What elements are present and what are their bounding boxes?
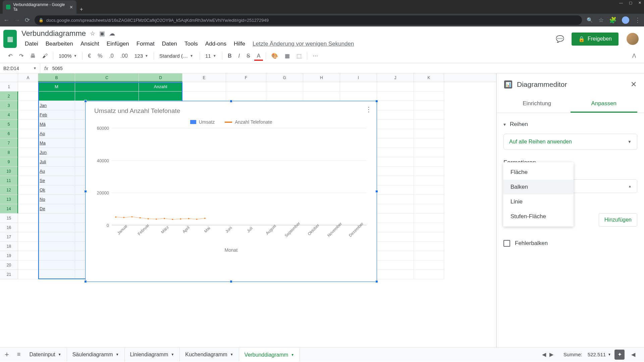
cell[interactable]: [377, 176, 414, 185]
column-header[interactable]: G: [266, 73, 303, 82]
cell[interactable]: [414, 251, 444, 260]
cell[interactable]: [377, 214, 414, 223]
cell[interactable]: [38, 92, 75, 101]
cell[interactable]: [18, 92, 38, 101]
row-header[interactable]: 15: [0, 214, 18, 223]
cell[interactable]: [18, 82, 38, 92]
cell[interactable]: [226, 82, 266, 92]
cell[interactable]: [38, 260, 75, 270]
resize-handle[interactable]: [84, 280, 87, 283]
cell[interactable]: [414, 185, 444, 195]
cell[interactable]: De: [38, 204, 75, 214]
cell[interactable]: [414, 138, 444, 148]
cell[interactable]: [18, 120, 38, 129]
move-icon[interactable]: ▣: [99, 30, 105, 37]
cell[interactable]: [75, 92, 139, 101]
row-header[interactable]: 12: [0, 185, 18, 195]
cell[interactable]: [377, 167, 414, 176]
spreadsheet-grid[interactable]: ABCDEFGHIJK 1234567891011121314151617181…: [0, 73, 496, 347]
menu-hilfe[interactable]: Hilfe: [230, 39, 249, 49]
series-selector[interactable]: Auf alle Reihen anwenden ▼: [503, 134, 637, 150]
comments-button[interactable]: 💬: [554, 33, 566, 45]
cell[interactable]: [18, 101, 38, 110]
browser-tab[interactable]: Verbunddiagramme - Google Ta ✕: [3, 0, 76, 14]
cell[interactable]: [18, 110, 38, 120]
cell[interactable]: [414, 214, 444, 223]
explore-button[interactable]: ✦: [614, 350, 625, 360]
cell[interactable]: [18, 138, 38, 148]
side-panel-toggle[interactable]: ◀: [628, 351, 639, 358]
cell[interactable]: [414, 167, 444, 176]
cell[interactable]: [18, 260, 38, 270]
cell[interactable]: [303, 82, 340, 92]
editor-close-icon[interactable]: ✕: [631, 80, 637, 89]
cell[interactable]: [18, 176, 38, 185]
cell[interactable]: Mä: [38, 120, 75, 129]
browser-avatar[interactable]: [622, 16, 629, 24]
cell[interactable]: [303, 92, 340, 101]
italic-button[interactable]: I: [236, 51, 243, 61]
cell[interactable]: [377, 82, 414, 92]
resize-handle[interactable]: [375, 280, 378, 283]
column-header[interactable]: K: [414, 73, 444, 82]
column-header[interactable]: B: [38, 73, 75, 82]
text-color-button[interactable]: A: [254, 51, 263, 61]
zoom-icon[interactable]: 🔍: [587, 17, 593, 23]
sheet-tab[interactable]: Kuchendiagramm▼: [180, 348, 239, 361]
document-title[interactable]: Verbunddiagramme: [21, 29, 86, 38]
errorbars-checkbox[interactable]: [503, 240, 510, 247]
chart-object[interactable]: ⋮ Umsatz und Anzahl Telefonate Umsatz An…: [85, 101, 377, 282]
cell[interactable]: [414, 110, 444, 120]
cell[interactable]: [414, 148, 444, 157]
cell[interactable]: [414, 223, 444, 232]
cell[interactable]: [414, 232, 444, 242]
row-header[interactable]: 3: [0, 101, 18, 110]
cell[interactable]: [18, 251, 38, 260]
increase-decimal-button[interactable]: .00: [118, 51, 130, 61]
row-header[interactable]: 13: [0, 195, 18, 204]
column-header[interactable]: E: [182, 73, 226, 82]
cell[interactable]: [182, 92, 226, 101]
cell[interactable]: Se: [38, 176, 75, 185]
bold-button[interactable]: B: [225, 51, 234, 61]
cell[interactable]: [18, 223, 38, 232]
chart-title[interactable]: Umsatz und Anzahl Telefonate: [86, 101, 377, 115]
cell[interactable]: [414, 82, 444, 92]
collapse-toolbar-button[interactable]: ᐱ: [630, 51, 639, 61]
currency-button[interactable]: €: [85, 51, 94, 61]
cell[interactable]: [377, 204, 414, 214]
cell[interactable]: [18, 214, 38, 223]
menu-datei[interactable]: Datei: [21, 39, 42, 49]
cell[interactable]: [18, 185, 38, 195]
cell[interactable]: [18, 148, 38, 157]
resize-handle[interactable]: [84, 190, 87, 193]
more-toolbar-button[interactable]: ⋯: [310, 51, 321, 61]
type-option-linie[interactable]: Linie: [503, 194, 574, 209]
section-reihen[interactable]: ▾ Reihen: [503, 119, 637, 134]
last-edit-link[interactable]: Letzte Änderung vor wenigen Sekunden: [253, 41, 354, 47]
resize-handle[interactable]: [230, 100, 232, 103]
cell[interactable]: [38, 232, 75, 242]
row-header[interactable]: 10: [0, 167, 18, 176]
row-header[interactable]: 18: [0, 242, 18, 251]
cell[interactable]: [377, 223, 414, 232]
cell[interactable]: [377, 251, 414, 260]
cell[interactable]: [38, 270, 75, 279]
cell[interactable]: [226, 92, 266, 101]
all-sheets-button[interactable]: ≡: [14, 351, 24, 358]
cell[interactable]: [414, 157, 444, 167]
cell[interactable]: [414, 260, 444, 270]
cell[interactable]: [377, 270, 414, 279]
cell[interactable]: [414, 204, 444, 214]
url-input[interactable]: 🔒 docs.google.com/spreadsheets/d/16sZAG8…: [35, 15, 582, 25]
row-header[interactable]: 1: [0, 82, 18, 92]
sheets-logo-icon[interactable]: ▦: [3, 30, 17, 48]
share-button[interactable]: 🔒 Freigeben: [572, 33, 619, 46]
cell[interactable]: [377, 138, 414, 148]
type-option-flaeche[interactable]: Fläche: [503, 165, 574, 180]
menu-addons[interactable]: Add-ons: [202, 39, 230, 49]
column-header[interactable]: H: [303, 73, 340, 82]
row-header[interactable]: 19: [0, 251, 18, 260]
row-header[interactable]: 16: [0, 223, 18, 232]
row-header[interactable]: 14: [0, 204, 18, 214]
